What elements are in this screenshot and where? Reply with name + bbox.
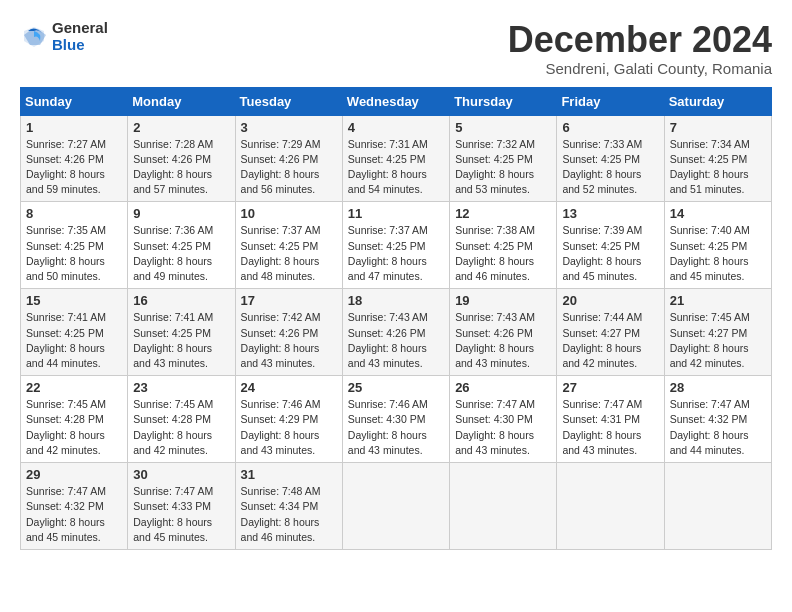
day-cell-18: 18Sunrise: 7:43 AMSunset: 4:26 PMDayligh… <box>342 289 449 376</box>
cell-info: Sunrise: 7:29 AMSunset: 4:26 PMDaylight:… <box>241 138 321 196</box>
day-number: 31 <box>241 467 337 482</box>
cell-info: Sunrise: 7:33 AMSunset: 4:25 PMDaylight:… <box>562 138 642 196</box>
day-number: 16 <box>133 293 229 308</box>
cell-info: Sunrise: 7:46 AMSunset: 4:29 PMDaylight:… <box>241 398 321 456</box>
cell-info: Sunrise: 7:47 AMSunset: 4:32 PMDaylight:… <box>670 398 750 456</box>
week-row-3: 15Sunrise: 7:41 AMSunset: 4:25 PMDayligh… <box>21 289 772 376</box>
empty-cell <box>557 463 664 550</box>
day-cell-3: 3Sunrise: 7:29 AMSunset: 4:26 PMDaylight… <box>235 115 342 202</box>
day-number: 8 <box>26 206 122 221</box>
header-row: SundayMondayTuesdayWednesdayThursdayFrid… <box>21 87 772 115</box>
cell-info: Sunrise: 7:32 AMSunset: 4:25 PMDaylight:… <box>455 138 535 196</box>
day-cell-24: 24Sunrise: 7:46 AMSunset: 4:29 PMDayligh… <box>235 376 342 463</box>
empty-cell <box>664 463 771 550</box>
day-number: 9 <box>133 206 229 221</box>
cell-info: Sunrise: 7:37 AMSunset: 4:25 PMDaylight:… <box>241 224 321 282</box>
day-number: 13 <box>562 206 658 221</box>
cell-info: Sunrise: 7:39 AMSunset: 4:25 PMDaylight:… <box>562 224 642 282</box>
cell-info: Sunrise: 7:43 AMSunset: 4:26 PMDaylight:… <box>455 311 535 369</box>
cell-info: Sunrise: 7:31 AMSunset: 4:25 PMDaylight:… <box>348 138 428 196</box>
empty-cell <box>342 463 449 550</box>
day-cell-16: 16Sunrise: 7:41 AMSunset: 4:25 PMDayligh… <box>128 289 235 376</box>
logo: General Blue <box>20 20 108 53</box>
logo-general: General <box>52 20 108 37</box>
day-cell-23: 23Sunrise: 7:45 AMSunset: 4:28 PMDayligh… <box>128 376 235 463</box>
day-number: 4 <box>348 120 444 135</box>
day-cell-4: 4Sunrise: 7:31 AMSunset: 4:25 PMDaylight… <box>342 115 449 202</box>
col-header-tuesday: Tuesday <box>235 87 342 115</box>
day-number: 3 <box>241 120 337 135</box>
day-number: 6 <box>562 120 658 135</box>
cell-info: Sunrise: 7:37 AMSunset: 4:25 PMDaylight:… <box>348 224 428 282</box>
day-cell-27: 27Sunrise: 7:47 AMSunset: 4:31 PMDayligh… <box>557 376 664 463</box>
day-cell-13: 13Sunrise: 7:39 AMSunset: 4:25 PMDayligh… <box>557 202 664 289</box>
day-number: 26 <box>455 380 551 395</box>
day-cell-17: 17Sunrise: 7:42 AMSunset: 4:26 PMDayligh… <box>235 289 342 376</box>
day-number: 23 <box>133 380 229 395</box>
cell-info: Sunrise: 7:47 AMSunset: 4:33 PMDaylight:… <box>133 485 213 543</box>
day-number: 29 <box>26 467 122 482</box>
cell-info: Sunrise: 7:28 AMSunset: 4:26 PMDaylight:… <box>133 138 213 196</box>
day-cell-28: 28Sunrise: 7:47 AMSunset: 4:32 PMDayligh… <box>664 376 771 463</box>
day-number: 18 <box>348 293 444 308</box>
day-cell-21: 21Sunrise: 7:45 AMSunset: 4:27 PMDayligh… <box>664 289 771 376</box>
day-number: 17 <box>241 293 337 308</box>
page-header: General Blue December 2024 Sendreni, Gal… <box>20 20 772 77</box>
day-number: 7 <box>670 120 766 135</box>
cell-info: Sunrise: 7:40 AMSunset: 4:25 PMDaylight:… <box>670 224 750 282</box>
cell-info: Sunrise: 7:47 AMSunset: 4:32 PMDaylight:… <box>26 485 106 543</box>
day-number: 24 <box>241 380 337 395</box>
week-row-5: 29Sunrise: 7:47 AMSunset: 4:32 PMDayligh… <box>21 463 772 550</box>
day-number: 30 <box>133 467 229 482</box>
day-cell-31: 31Sunrise: 7:48 AMSunset: 4:34 PMDayligh… <box>235 463 342 550</box>
day-number: 25 <box>348 380 444 395</box>
day-number: 5 <box>455 120 551 135</box>
cell-info: Sunrise: 7:48 AMSunset: 4:34 PMDaylight:… <box>241 485 321 543</box>
cell-info: Sunrise: 7:47 AMSunset: 4:30 PMDaylight:… <box>455 398 535 456</box>
day-cell-1: 1Sunrise: 7:27 AMSunset: 4:26 PMDaylight… <box>21 115 128 202</box>
empty-cell <box>450 463 557 550</box>
day-cell-20: 20Sunrise: 7:44 AMSunset: 4:27 PMDayligh… <box>557 289 664 376</box>
day-number: 1 <box>26 120 122 135</box>
location-title: Sendreni, Galati County, Romania <box>508 60 772 77</box>
day-cell-30: 30Sunrise: 7:47 AMSunset: 4:33 PMDayligh… <box>128 463 235 550</box>
logo-icon <box>20 23 48 51</box>
day-number: 28 <box>670 380 766 395</box>
day-cell-25: 25Sunrise: 7:46 AMSunset: 4:30 PMDayligh… <box>342 376 449 463</box>
day-cell-11: 11Sunrise: 7:37 AMSunset: 4:25 PMDayligh… <box>342 202 449 289</box>
cell-info: Sunrise: 7:43 AMSunset: 4:26 PMDaylight:… <box>348 311 428 369</box>
cell-info: Sunrise: 7:47 AMSunset: 4:31 PMDaylight:… <box>562 398 642 456</box>
week-row-1: 1Sunrise: 7:27 AMSunset: 4:26 PMDaylight… <box>21 115 772 202</box>
cell-info: Sunrise: 7:45 AMSunset: 4:28 PMDaylight:… <box>26 398 106 456</box>
day-number: 12 <box>455 206 551 221</box>
day-cell-2: 2Sunrise: 7:28 AMSunset: 4:26 PMDaylight… <box>128 115 235 202</box>
day-cell-12: 12Sunrise: 7:38 AMSunset: 4:25 PMDayligh… <box>450 202 557 289</box>
title-block: December 2024 Sendreni, Galati County, R… <box>508 20 772 77</box>
cell-info: Sunrise: 7:36 AMSunset: 4:25 PMDaylight:… <box>133 224 213 282</box>
day-number: 20 <box>562 293 658 308</box>
cell-info: Sunrise: 7:38 AMSunset: 4:25 PMDaylight:… <box>455 224 535 282</box>
day-cell-6: 6Sunrise: 7:33 AMSunset: 4:25 PMDaylight… <box>557 115 664 202</box>
day-number: 11 <box>348 206 444 221</box>
month-title: December 2024 <box>508 20 772 60</box>
day-cell-29: 29Sunrise: 7:47 AMSunset: 4:32 PMDayligh… <box>21 463 128 550</box>
col-header-sunday: Sunday <box>21 87 128 115</box>
day-number: 10 <box>241 206 337 221</box>
cell-info: Sunrise: 7:27 AMSunset: 4:26 PMDaylight:… <box>26 138 106 196</box>
cell-info: Sunrise: 7:34 AMSunset: 4:25 PMDaylight:… <box>670 138 750 196</box>
week-row-4: 22Sunrise: 7:45 AMSunset: 4:28 PMDayligh… <box>21 376 772 463</box>
logo-blue: Blue <box>52 37 108 54</box>
day-cell-10: 10Sunrise: 7:37 AMSunset: 4:25 PMDayligh… <box>235 202 342 289</box>
calendar-table: SundayMondayTuesdayWednesdayThursdayFrid… <box>20 87 772 550</box>
day-number: 14 <box>670 206 766 221</box>
day-cell-19: 19Sunrise: 7:43 AMSunset: 4:26 PMDayligh… <box>450 289 557 376</box>
cell-info: Sunrise: 7:41 AMSunset: 4:25 PMDaylight:… <box>26 311 106 369</box>
day-cell-15: 15Sunrise: 7:41 AMSunset: 4:25 PMDayligh… <box>21 289 128 376</box>
day-number: 2 <box>133 120 229 135</box>
cell-info: Sunrise: 7:45 AMSunset: 4:27 PMDaylight:… <box>670 311 750 369</box>
day-cell-7: 7Sunrise: 7:34 AMSunset: 4:25 PMDaylight… <box>664 115 771 202</box>
col-header-monday: Monday <box>128 87 235 115</box>
cell-info: Sunrise: 7:41 AMSunset: 4:25 PMDaylight:… <box>133 311 213 369</box>
day-cell-22: 22Sunrise: 7:45 AMSunset: 4:28 PMDayligh… <box>21 376 128 463</box>
cell-info: Sunrise: 7:42 AMSunset: 4:26 PMDaylight:… <box>241 311 321 369</box>
